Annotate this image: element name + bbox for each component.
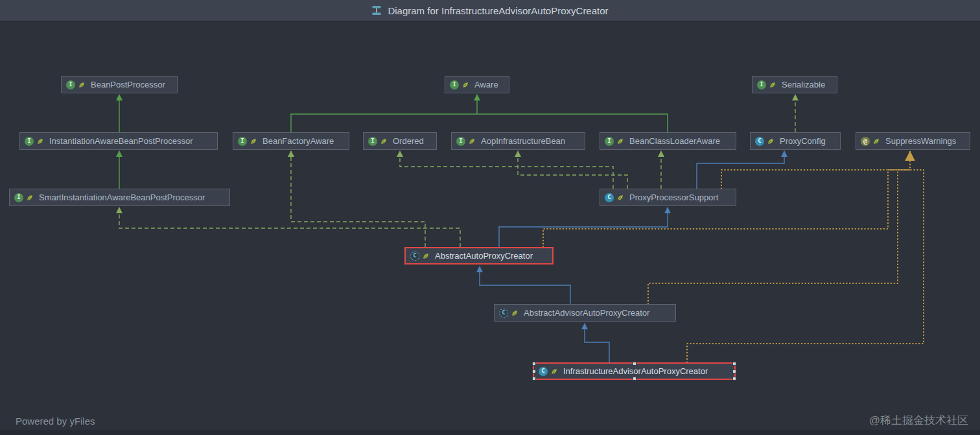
leaf-icon — [26, 194, 34, 202]
node-label: InstantiationAwareBeanPostProcessor — [49, 136, 193, 146]
node-aop-infrastructure-bean[interactable]: IAopInfrastructureBean — [451, 132, 585, 150]
node-ordered[interactable]: IOrdered — [363, 132, 437, 150]
resize-handle[interactable] — [732, 377, 736, 381]
node-label: ProxyConfig — [780, 136, 826, 146]
leaf-icon — [767, 137, 775, 145]
class-icon: C — [605, 193, 614, 202]
node-label: Ordered — [393, 136, 424, 146]
node-abstract-auto-proxy-creator[interactable]: CAbstractAutoProxyCreator — [404, 247, 554, 265]
node-label: SmartInstantiationAwareBeanPostProcessor — [39, 193, 205, 202]
diagram-icon — [371, 5, 382, 16]
node-bean-class-loader-aware[interactable]: IBeanClassLoaderAware — [600, 132, 736, 150]
node-label: BeanFactoryAware — [262, 136, 334, 146]
diagram-canvas[interactable]: IBeanPostProcessorIAwareISerializableIIn… — [0, 0, 980, 435]
interface-icon: I — [368, 137, 377, 146]
leaf-icon — [550, 368, 558, 375]
titlebar: Diagram for InfrastructureAdvisorAutoPro… — [0, 0, 980, 21]
node-label: BeanPostProcessor — [91, 80, 165, 89]
abstract-class-icon: C — [410, 252, 419, 261]
resize-handle[interactable] — [532, 377, 536, 381]
node-abstract-advisor-auto-proxy-creator[interactable]: CAbstractAdvisorAutoProxyCreator — [494, 304, 676, 322]
node-label: AopInfrastructureBean — [481, 136, 565, 146]
node-label: BeanClassLoaderAware — [629, 136, 720, 146]
resize-handle[interactable] — [532, 370, 536, 373]
powered-by-label: Powered by yFiles — [16, 416, 95, 427]
node-bean-post-processor[interactable]: IBeanPostProcessor — [61, 76, 178, 93]
leaf-icon — [769, 81, 776, 89]
window-title: Diagram for InfrastructureAdvisorAutoPro… — [388, 5, 608, 16]
annotation-icon: @ — [861, 137, 870, 146]
leaf-icon — [616, 194, 624, 202]
leaf-icon — [468, 137, 476, 145]
leaf-icon — [616, 137, 624, 145]
interface-icon: I — [66, 80, 75, 89]
interface-icon: I — [14, 193, 23, 202]
node-label: Aware — [474, 80, 498, 89]
resize-handle[interactable] — [732, 362, 736, 366]
leaf-icon — [250, 137, 257, 145]
leaf-icon — [36, 137, 44, 145]
resize-handle[interactable] — [633, 362, 636, 366]
interface-icon: I — [25, 137, 34, 146]
interface-icon: I — [456, 137, 465, 146]
node-label: AbstractAdvisorAutoProxyCreator — [524, 308, 649, 318]
watermark: @稀土掘金技术社区 — [869, 413, 968, 428]
abstract-class-icon: C — [499, 309, 508, 318]
leaf-icon — [872, 137, 880, 145]
node-label: Serializable — [782, 80, 825, 89]
node-label: ProxyProcessorSupport — [629, 193, 718, 202]
node-proxy-config[interactable]: CProxyConfig — [750, 132, 841, 150]
leaf-icon — [422, 252, 430, 260]
leaf-icon — [78, 81, 86, 89]
resize-handle[interactable] — [633, 377, 636, 381]
node-bean-factory-aware[interactable]: IBeanFactoryAware — [233, 132, 349, 150]
node-smart-instantiation-aware-bean-post-processor[interactable]: ISmartInstantiationAwareBeanPostProcesso… — [9, 189, 230, 206]
node-serializable[interactable]: ISerializable — [752, 76, 837, 93]
class-icon: C — [755, 137, 764, 146]
diagram-window: IBeanPostProcessorIAwareISerializableIIn… — [0, 0, 980, 435]
node-label: SuppressWarnings — [885, 136, 956, 146]
node-suppress-warnings[interactable]: @SuppressWarnings — [856, 132, 970, 150]
interface-icon: I — [605, 137, 614, 146]
interface-icon: I — [238, 137, 247, 146]
node-infrastructure-advisor-auto-proxy-creator[interactable]: CInfrastructureAdvisorAutoProxyCreator — [533, 362, 736, 380]
interface-icon: I — [757, 80, 766, 89]
node-aware[interactable]: IAware — [445, 76, 509, 93]
leaf-icon — [380, 137, 388, 145]
interface-icon: I — [450, 80, 459, 89]
leaf-icon — [511, 309, 519, 317]
resize-handle[interactable] — [732, 370, 736, 373]
resize-handle[interactable] — [532, 362, 536, 366]
class-icon: C — [539, 367, 548, 376]
horizontal-scrollbar-track[interactable] — [0, 430, 980, 435]
node-instantiation-aware-bean-post-processor[interactable]: IInstantiationAwareBeanPostProcessor — [19, 132, 218, 150]
node-proxy-processor-support[interactable]: CProxyProcessorSupport — [600, 189, 736, 206]
node-label: AbstractAutoProxyCreator — [435, 251, 533, 261]
node-label: InfrastructureAdvisorAutoProxyCreator — [563, 366, 708, 376]
leaf-icon — [461, 81, 469, 89]
